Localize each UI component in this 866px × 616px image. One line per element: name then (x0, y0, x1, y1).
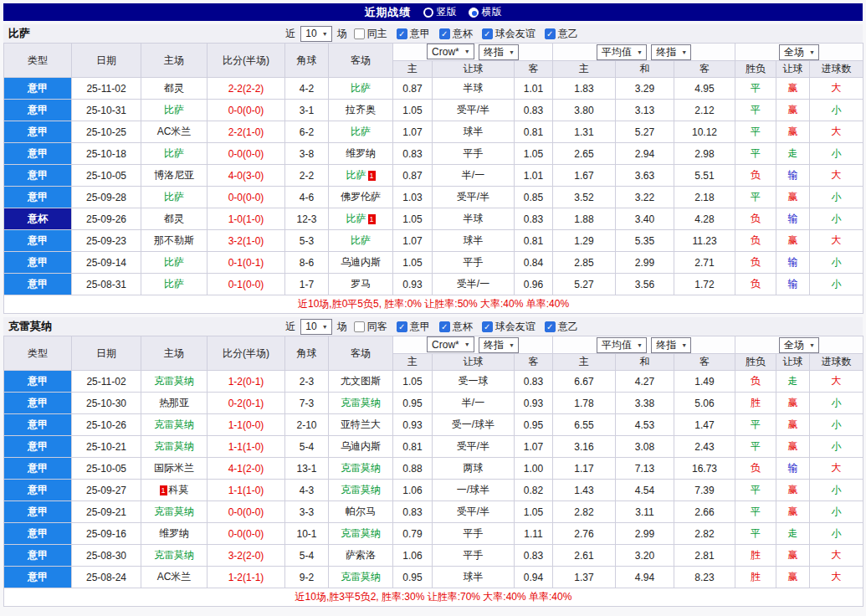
bookmaker-select[interactable]: Crow*▼ (427, 44, 474, 59)
filter-league-friendly[interactable]: 球会友谊 (482, 27, 535, 41)
filter-league-friendly[interactable]: 球会友谊 (482, 320, 535, 334)
away-odds-cell: 1.01 (515, 78, 553, 100)
checkbox-icon (397, 321, 407, 332)
match-date-cell: 25-10-05 (72, 458, 141, 480)
corner-cell: 12-3 (285, 208, 329, 230)
home-team-cell: 都灵 (141, 78, 208, 100)
bookmaker-select[interactable]: Crow*▼ (427, 336, 474, 352)
avg-home-cell: 3.80 (553, 100, 616, 121)
filter-league-cup[interactable]: 意杯 (439, 27, 473, 41)
avg-away-cell: 2.18 (674, 187, 735, 208)
avg-home-cell: 3.16 (553, 436, 616, 458)
select-value: 全场 (784, 338, 804, 352)
score-cell: 1-1(0-0) (208, 414, 285, 436)
avg-away-cell: 8.23 (674, 567, 735, 588)
layout-mode-horizontal[interactable]: 横版 (469, 5, 502, 19)
result-handicap-cell: 走 (776, 371, 810, 393)
odds-kind-select[interactable]: 终指▼ (479, 337, 519, 353)
home-odds-cell: 0.87 (393, 165, 433, 187)
match-count-select[interactable]: 10▼ (300, 319, 331, 335)
col-avg-away: 客 (674, 61, 735, 78)
result-wdl-cell: 平 (735, 480, 776, 501)
filter-same-venue[interactable]: 同主 (354, 27, 387, 41)
match-row: 意甲25-10-31比萨0-0(0-0)3-1拉齐奥1.05受平/半0.833.… (4, 100, 863, 121)
checkbox-label: 意甲 (410, 320, 430, 334)
col-odds-home: 主 (393, 354, 433, 371)
match-count-select[interactable]: 10▼ (300, 26, 331, 42)
filter-league-seriea[interactable]: 意甲 (397, 320, 430, 334)
away-team-cell: 维罗纳 (329, 143, 393, 165)
col-away: 客场 (329, 336, 393, 371)
title-bar: 近期战绩 竖版 横版 (3, 3, 863, 21)
select-value: 10 (305, 28, 316, 39)
result-wdl-cell: 负 (735, 458, 776, 480)
team-name: 比萨 (164, 256, 184, 268)
match-date-cell: 25-08-30 (72, 545, 141, 567)
match-date-cell: 25-08-24 (72, 567, 141, 588)
average-kind-select[interactable]: 终指▼ (651, 44, 691, 60)
handicap-cell: 受平/半 (433, 501, 515, 523)
filter-same-venue[interactable]: 同客 (354, 320, 387, 334)
avg-draw-cell: 2.99 (616, 523, 674, 545)
away-odds-cell: 0.83 (515, 100, 553, 121)
match-date-cell: 25-09-16 (72, 523, 141, 545)
team-title: 比萨 (8, 24, 30, 43)
home-team-cell: 1科莫 (141, 480, 208, 501)
score-cell: 0-0(0-0) (208, 501, 285, 523)
avg-home-cell: 5.27 (553, 274, 616, 295)
average-select[interactable]: 平均值▼ (597, 44, 647, 60)
average-kind-select[interactable]: 终指▼ (651, 337, 691, 353)
home-team-cell: 比萨 (141, 274, 208, 295)
odds-select-cell: Crow*▼ 终指▼ (393, 336, 553, 354)
col-type: 类型 (4, 44, 72, 78)
avg-home-cell: 2.65 (553, 143, 616, 165)
home-odds-cell: 1.06 (393, 480, 433, 501)
filter-league-serieb[interactable]: 意乙 (545, 320, 578, 334)
result-wdl-cell: 胜 (735, 545, 776, 567)
checkbox-icon (397, 28, 407, 39)
away-team-cell: 拉齐奥 (329, 100, 393, 121)
score-cell: 0-2(0-1) (208, 393, 285, 414)
score-cell: 1-0(1-0) (208, 208, 285, 230)
result-handicap-cell: 赢 (776, 545, 810, 567)
avg-home-cell: 1.17 (553, 458, 616, 480)
result-goals-cell: 大 (810, 230, 863, 252)
select-value: 终指 (656, 338, 676, 352)
filter-league-cup[interactable]: 意杯 (439, 320, 473, 334)
home-team-cell: 克雷莫纳 (141, 371, 208, 393)
layout-mode-vertical[interactable]: 竖版 (423, 5, 457, 19)
league-type-cell: 意甲 (4, 523, 72, 545)
league-type-cell: 意甲 (4, 187, 72, 208)
scope-select[interactable]: 全场▼ (779, 337, 819, 353)
avg-away-cell: 2.98 (674, 143, 735, 165)
result-goals-cell: 小 (810, 100, 863, 121)
handicap-cell: 半球 (433, 208, 515, 230)
average-select[interactable]: 平均值▼ (597, 337, 647, 353)
score-cell: 0-0(0-0) (208, 187, 285, 208)
score-cell: 3-2(2-0) (208, 545, 285, 567)
chevron-down-icon: ▼ (509, 49, 515, 55)
filter-league-serieb[interactable]: 意乙 (545, 27, 578, 41)
home-odds-cell: 1.05 (393, 371, 433, 393)
filter-league-seriea[interactable]: 意甲 (397, 27, 430, 41)
scope-select[interactable]: 全场▼ (779, 44, 819, 60)
scope-select-cell: 全场▼ (735, 44, 863, 61)
handicap-cell: 受半/一 (433, 274, 515, 295)
result-handicap-cell: 输 (776, 274, 810, 295)
avg-away-cell: 2.82 (674, 523, 735, 545)
team-name: 克雷莫纳 (154, 418, 194, 430)
avg-draw-cell: 4.94 (616, 567, 674, 588)
checkbox-icon (354, 321, 365, 332)
result-wdl-cell: 负 (735, 230, 776, 252)
league-type-cell: 意甲 (4, 371, 72, 393)
col-odds-home: 主 (393, 61, 433, 78)
match-date-cell: 25-09-23 (72, 230, 141, 252)
handicap-cell: 受平/半 (433, 100, 515, 121)
odds-kind-select[interactable]: 终指▼ (479, 44, 519, 60)
score-cell: 0-1(0-0) (208, 274, 285, 295)
match-row: 意甲25-10-05博洛尼亚4-0(3-0)2-2比萨10.87半/一1.011… (4, 165, 863, 187)
corner-cell: 3-3 (285, 501, 329, 523)
team-name: 克雷莫纳 (341, 571, 381, 583)
col-date: 日期 (72, 44, 141, 78)
result-goals-cell: 大 (810, 165, 863, 187)
